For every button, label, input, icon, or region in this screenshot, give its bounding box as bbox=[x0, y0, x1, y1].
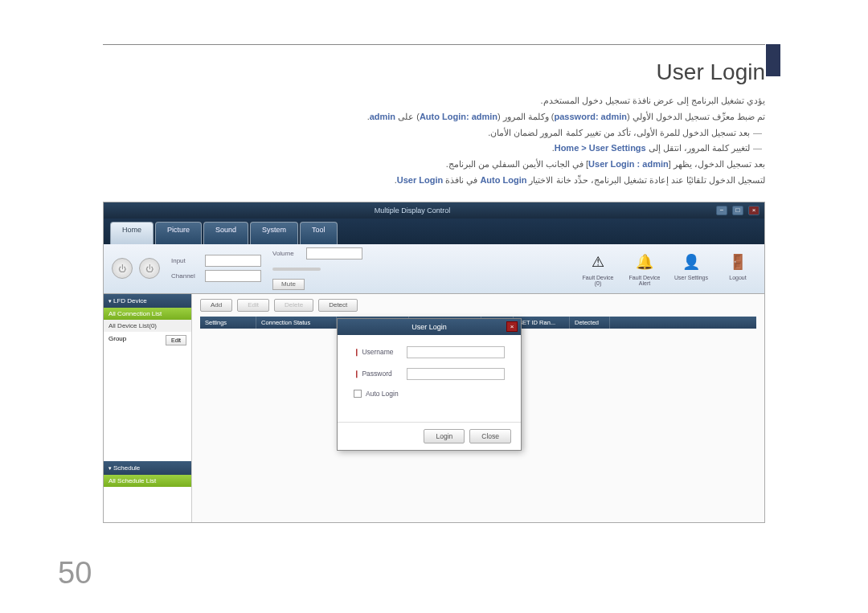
sidebar-group-label: Group bbox=[108, 335, 126, 345]
sidebar-all-connection-list[interactable]: All Connection List bbox=[104, 308, 191, 320]
input-label: Input bbox=[171, 257, 200, 264]
edit-button[interactable]: Edit bbox=[237, 299, 269, 312]
power-off-icon[interactable]: ⏻ bbox=[139, 258, 160, 279]
username-input[interactable] bbox=[407, 346, 505, 358]
tab-sound[interactable]: Sound bbox=[203, 222, 248, 244]
mute-button[interactable]: Mute bbox=[272, 279, 305, 290]
tab-system[interactable]: System bbox=[250, 222, 298, 244]
volume-slider[interactable] bbox=[272, 268, 321, 271]
column-header[interactable]: Connection Status bbox=[256, 317, 337, 329]
body-text: يؤدي تشغيل البرنامج إلى عرض نافذة تسجيل … bbox=[103, 93, 765, 189]
app-title: Multiple Display Control bbox=[375, 206, 451, 215]
content-toolbar: Add Edit Delete Detect bbox=[192, 294, 764, 317]
titlebar: Multiple Display Control − □ × bbox=[104, 202, 764, 219]
tab-tool[interactable]: Tool bbox=[300, 222, 338, 244]
modal-header: User Login × bbox=[338, 319, 521, 335]
volume-select[interactable] bbox=[306, 247, 362, 260]
password-input[interactable] bbox=[407, 368, 505, 380]
close-window-button[interactable]: × bbox=[748, 206, 760, 215]
sidebar-lfd-header[interactable]: LFD Device bbox=[104, 294, 191, 308]
modal-close-button[interactable]: × bbox=[506, 321, 518, 332]
input-select[interactable] bbox=[205, 255, 261, 267]
sidebar-edit-button[interactable]: Edit bbox=[166, 335, 186, 345]
fault-device-alert-icon: 🔔 bbox=[633, 251, 656, 273]
column-header[interactable]: Detected bbox=[570, 317, 610, 329]
channel-select[interactable] bbox=[205, 270, 261, 282]
column-header[interactable]: SET ID Ran... bbox=[514, 317, 570, 329]
column-header[interactable]: Settings bbox=[200, 317, 256, 329]
user-settings-button[interactable]: 👤User Settings bbox=[673, 251, 710, 287]
autologin-label: Auto Login bbox=[366, 390, 399, 398]
fault-device-0-button[interactable]: ⚠Fault Device (0) bbox=[579, 251, 616, 287]
ribbon: ⏻ ⏻ Input Channel Volume Mute bbox=[104, 244, 764, 294]
logout-icon: 🚪 bbox=[727, 251, 749, 273]
tab-picture[interactable]: Picture bbox=[155, 222, 202, 244]
sidebar-all-device-list[interactable]: All Device List(0) bbox=[104, 320, 191, 332]
delete-button[interactable]: Delete bbox=[274, 299, 313, 312]
fault-device-alert-button[interactable]: 🔔Fault Device Alert bbox=[626, 251, 663, 287]
detect-button[interactable]: Detect bbox=[318, 299, 358, 312]
user-login-modal: User Login × ❙ Username ❙ Password bbox=[337, 318, 522, 451]
page-title: User Login bbox=[103, 59, 765, 85]
channel-label: Channel bbox=[171, 272, 200, 280]
tab-home[interactable]: Home bbox=[110, 222, 154, 244]
login-button[interactable]: Login bbox=[424, 429, 465, 443]
sidebar: LFD Device All Connection List All Devic… bbox=[104, 294, 192, 522]
cancel-button[interactable]: Close bbox=[469, 429, 511, 443]
volume-label: Volume bbox=[272, 250, 301, 257]
tabbar: Home Picture Sound System Tool bbox=[104, 219, 764, 244]
content-area: Add Edit Delete Detect SettingsConnectio… bbox=[192, 294, 764, 522]
logout-button[interactable]: 🚪Logout bbox=[719, 251, 756, 287]
sidebar-schedule-header[interactable]: Schedule bbox=[104, 461, 191, 475]
top-divider bbox=[103, 44, 765, 45]
fault-device-0-icon: ⚠ bbox=[587, 251, 609, 273]
power-on-icon[interactable]: ⏻ bbox=[112, 258, 133, 279]
maximize-button[interactable]: □ bbox=[732, 206, 743, 215]
sidebar-all-schedule-list[interactable]: All Schedule List bbox=[104, 475, 191, 487]
accent-bar bbox=[766, 44, 780, 76]
add-button[interactable]: Add bbox=[200, 299, 232, 312]
minimize-button[interactable]: − bbox=[716, 206, 727, 215]
app-screenshot: Multiple Display Control − □ × Home Pict… bbox=[103, 202, 765, 523]
page-number: 50 bbox=[58, 556, 92, 591]
user-settings-icon: 👤 bbox=[680, 251, 702, 273]
password-label: ❙ Password bbox=[354, 370, 407, 378]
autologin-checkbox[interactable] bbox=[354, 390, 362, 398]
username-label: ❙ Username bbox=[354, 348, 407, 356]
